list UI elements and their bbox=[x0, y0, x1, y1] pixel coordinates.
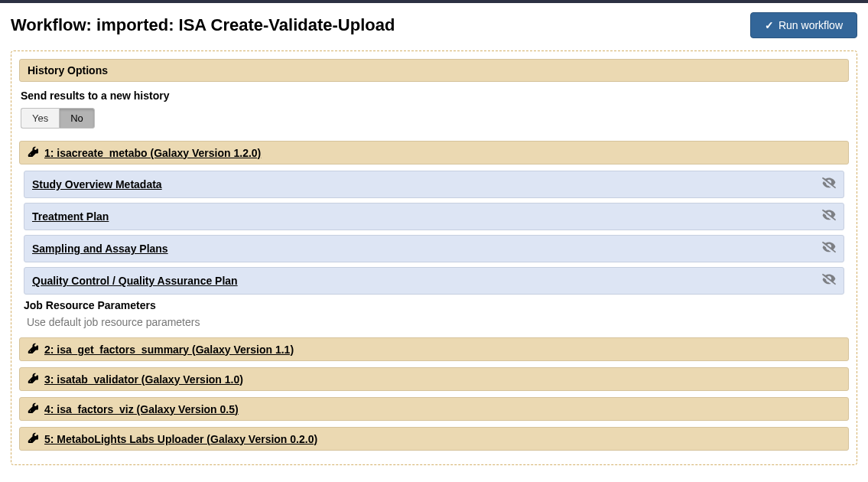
eye-slash-icon[interactable] bbox=[822, 272, 836, 289]
subsection-treatment-plan[interactable]: Treatment Plan bbox=[24, 203, 844, 230]
subsection-label: Quality Control / Quality Assurance Plan bbox=[32, 275, 238, 287]
new-history-toggle: Yes No bbox=[21, 108, 95, 129]
page-title: Workflow: imported: ISA Create-Validate-… bbox=[11, 15, 395, 35]
run-workflow-button[interactable]: Run workflow bbox=[750, 12, 857, 38]
subsection-label: Treatment Plan bbox=[32, 210, 109, 223]
wrench-icon bbox=[28, 432, 38, 445]
history-prompt: Send results to a new history bbox=[21, 90, 849, 102]
toggle-no-button[interactable]: No bbox=[59, 108, 95, 129]
subsection-label: Study Overview Metadata bbox=[32, 178, 162, 191]
subsection-study-overview[interactable]: Study Overview Metadata bbox=[24, 171, 844, 198]
step-4-title: 4: isa_factors_viz (Galaxy Version 0.5) bbox=[44, 403, 239, 415]
step-4-header[interactable]: 4: isa_factors_viz (Galaxy Version 0.5) bbox=[19, 397, 849, 421]
eye-slash-icon[interactable] bbox=[822, 208, 836, 225]
job-resource-params-label: Job Resource Parameters bbox=[24, 299, 844, 311]
subsection-sampling-assay[interactable]: Sampling and Assay Plans bbox=[24, 235, 844, 262]
step-2-header[interactable]: 2: isa_get_factors_summary (Galaxy Versi… bbox=[19, 337, 849, 361]
step-3-header[interactable]: 3: isatab_validator (Galaxy Version 1.0) bbox=[19, 367, 849, 391]
step-5-header[interactable]: 5: MetaboLights Labs Uploader (Galaxy Ve… bbox=[19, 427, 849, 451]
job-resource-params-desc: Use default job resource parameters bbox=[27, 316, 844, 328]
eye-slash-icon[interactable] bbox=[822, 240, 836, 257]
wrench-icon bbox=[28, 146, 38, 159]
wrench-icon bbox=[28, 402, 38, 415]
step-2-title: 2: isa_get_factors_summary (Galaxy Versi… bbox=[44, 344, 294, 356]
wrench-icon bbox=[28, 343, 38, 356]
step-3-title: 3: isatab_validator (Galaxy Version 1.0) bbox=[44, 373, 243, 386]
workflow-container: History Options Send results to a new hi… bbox=[11, 50, 857, 465]
check-icon bbox=[765, 19, 774, 31]
step-1-header[interactable]: 1: isacreate_metabo (Galaxy Version 1.2.… bbox=[19, 141, 849, 164]
step-1-title: 1: isacreate_metabo (Galaxy Version 1.2.… bbox=[44, 147, 261, 159]
run-button-label: Run workflow bbox=[779, 19, 843, 31]
subsection-qc-qa[interactable]: Quality Control / Quality Assurance Plan bbox=[24, 267, 844, 295]
step-5-title: 5: MetaboLights Labs Uploader (Galaxy Ve… bbox=[44, 433, 317, 445]
eye-slash-icon[interactable] bbox=[822, 176, 836, 193]
subsection-label: Sampling and Assay Plans bbox=[32, 243, 168, 255]
page-header: Workflow: imported: ISA Create-Validate-… bbox=[0, 3, 868, 44]
wrench-icon bbox=[28, 373, 38, 386]
history-options-header: History Options bbox=[19, 59, 849, 82]
toggle-yes-button[interactable]: Yes bbox=[21, 108, 59, 129]
